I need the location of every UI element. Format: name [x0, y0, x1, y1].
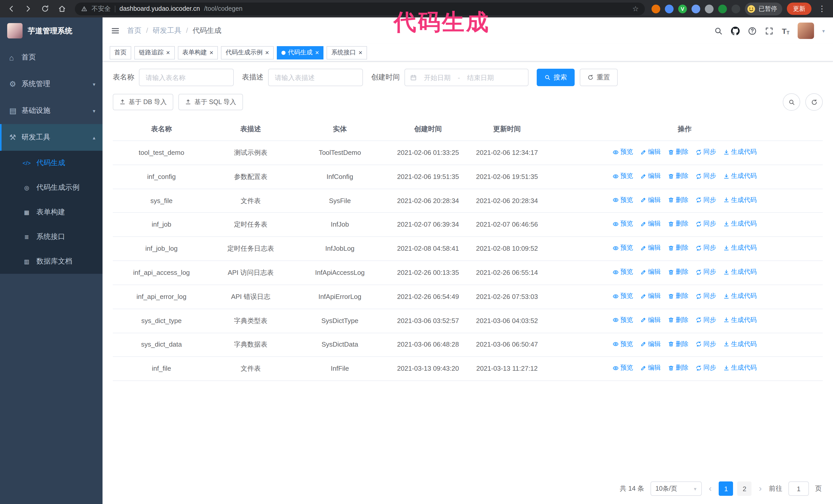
action-generate-code[interactable]: 生成代码	[723, 219, 757, 229]
breadcrumb-item[interactable]: 代码生成	[193, 26, 221, 35]
address-bar[interactable]: 不安全 dashboard.yudao.iocoder.cn /tool/cod…	[75, 2, 645, 15]
close-icon[interactable]: ×	[166, 49, 170, 56]
browser-back-button[interactable]	[5, 3, 18, 15]
sidebar-toggle-icon[interactable]	[111, 26, 120, 35]
browser-home-button[interactable]	[56, 3, 68, 15]
prev-page-button[interactable]: ‹	[708, 483, 713, 494]
breadcrumb-item[interactable]: 首页	[127, 26, 153, 35]
action-delete[interactable]: 删除	[668, 219, 688, 229]
action-preview[interactable]: 预览	[613, 291, 633, 301]
action-edit[interactable]: 编辑	[640, 315, 661, 325]
action-edit[interactable]: 编辑	[640, 147, 661, 157]
action-edit[interactable]: 编辑	[640, 267, 661, 277]
extension-icon[interactable]	[705, 4, 714, 13]
extension-icon[interactable]: V	[678, 4, 687, 13]
github-icon[interactable]	[731, 26, 740, 35]
sidebar-item[interactable]: ▤ 基础设施 ▾	[0, 97, 102, 124]
action-delete[interactable]: 删除	[668, 171, 688, 181]
action-edit[interactable]: 编辑	[640, 171, 661, 181]
extension-icon[interactable]	[691, 4, 700, 13]
action-preview[interactable]: 预览	[613, 147, 633, 157]
action-sync[interactable]: 同步	[696, 315, 716, 325]
reset-button[interactable]: 重置	[580, 69, 618, 86]
action-generate-code[interactable]: 生成代码	[723, 339, 757, 349]
action-generate-code[interactable]: 生成代码	[723, 147, 757, 157]
action-generate-code[interactable]: 生成代码	[723, 171, 757, 181]
breadcrumb-item[interactable]: 研发工具	[153, 26, 193, 35]
search-icon[interactable]	[714, 26, 723, 35]
sidebar-subitem[interactable]: </> 代码生成	[0, 151, 102, 175]
action-sync[interactable]: 同步	[696, 171, 716, 181]
action-preview[interactable]: 预览	[613, 363, 633, 373]
action-delete[interactable]: 删除	[668, 315, 688, 325]
fullscreen-icon[interactable]	[765, 26, 774, 35]
toggle-search-button[interactable]	[783, 93, 800, 111]
action-edit[interactable]: 编辑	[640, 243, 661, 253]
action-delete[interactable]: 删除	[668, 267, 688, 277]
browser-menu-icon[interactable]: ⋮	[816, 4, 828, 13]
action-sync[interactable]: 同步	[696, 195, 716, 205]
profile-badge[interactable]: 已暂停	[745, 2, 782, 15]
action-delete[interactable]: 删除	[668, 363, 688, 373]
action-sync[interactable]: 同步	[696, 291, 716, 301]
action-delete[interactable]: 删除	[668, 291, 688, 301]
browser-update-button[interactable]: 更新	[787, 3, 811, 15]
view-tab[interactable]: 代码生成 ×	[277, 46, 324, 59]
sidebar-item[interactable]: ⚒ 研发工具 ▴	[0, 124, 102, 151]
action-generate-code[interactable]: 生成代码	[723, 315, 757, 325]
import-db-button[interactable]: 基于 DB 导入	[113, 94, 173, 110]
sidebar-subitem[interactable]: ▥ 数据库文档	[0, 249, 102, 274]
action-preview[interactable]: 预览	[613, 171, 633, 181]
action-preview[interactable]: 预览	[613, 315, 633, 325]
view-tab[interactable]: 系统接口 ×	[327, 46, 367, 59]
action-preview[interactable]: 预览	[613, 195, 633, 205]
action-sync[interactable]: 同步	[696, 243, 716, 253]
sidebar-subitem[interactable]: ▦ 表单构建	[0, 200, 102, 224]
font-size-icon[interactable]	[782, 26, 789, 35]
refresh-table-button[interactable]	[805, 93, 823, 111]
action-delete[interactable]: 删除	[668, 147, 688, 157]
view-tab[interactable]: 首页	[110, 46, 131, 59]
bookmark-star-icon[interactable]: ☆	[632, 5, 639, 13]
search-button[interactable]: 搜索	[537, 69, 575, 86]
action-generate-code[interactable]: 生成代码	[723, 195, 757, 205]
action-sync[interactable]: 同步	[696, 219, 716, 229]
close-icon[interactable]: ×	[315, 49, 319, 56]
view-tab[interactable]: 代码生成示例 ×	[221, 46, 273, 59]
browser-forward-button[interactable]	[22, 3, 34, 15]
next-page-button[interactable]: ›	[758, 483, 763, 494]
action-delete[interactable]: 删除	[668, 243, 688, 253]
user-avatar[interactable]	[798, 23, 814, 39]
action-sync[interactable]: 同步	[696, 339, 716, 349]
action-sync[interactable]: 同步	[696, 147, 716, 157]
action-generate-code[interactable]: 生成代码	[723, 291, 757, 301]
page-size-select[interactable]: 10条/页 ▾	[650, 481, 701, 496]
avatar-caret-icon[interactable]: ▾	[822, 28, 825, 33]
action-preview[interactable]: 预览	[613, 267, 633, 277]
import-sql-button[interactable]: 基于 SQL 导入	[178, 94, 243, 110]
help-icon[interactable]	[748, 26, 757, 35]
action-preview[interactable]: 预览	[613, 339, 633, 349]
action-generate-code[interactable]: 生成代码	[723, 363, 757, 373]
page-button[interactable]: 2	[737, 481, 752, 496]
extension-icon[interactable]	[718, 4, 727, 13]
action-edit[interactable]: 编辑	[640, 219, 661, 229]
view-tab[interactable]: 表单构建 ×	[177, 46, 218, 59]
action-delete[interactable]: 删除	[668, 339, 688, 349]
sidebar-subitem[interactable]: ◎ 代码生成示例	[0, 175, 102, 200]
action-generate-code[interactable]: 生成代码	[723, 267, 757, 277]
action-generate-code[interactable]: 生成代码	[723, 243, 757, 253]
page-button[interactable]: 1	[719, 481, 733, 496]
date-range-picker[interactable]: -	[404, 69, 528, 86]
table-desc-input[interactable]	[268, 69, 363, 86]
action-edit[interactable]: 编辑	[640, 339, 661, 349]
sidebar-item[interactable]: ⚙ 系统管理 ▾	[0, 71, 102, 97]
goto-page-input[interactable]	[788, 481, 809, 496]
action-preview[interactable]: 预览	[613, 243, 633, 253]
action-delete[interactable]: 删除	[668, 195, 688, 205]
close-icon[interactable]: ×	[209, 49, 213, 56]
browser-reload-button[interactable]	[39, 3, 51, 15]
action-edit[interactable]: 编辑	[640, 195, 661, 205]
action-preview[interactable]: 预览	[613, 219, 633, 229]
sidebar-item[interactable]: ⌂ 首页	[0, 44, 102, 71]
